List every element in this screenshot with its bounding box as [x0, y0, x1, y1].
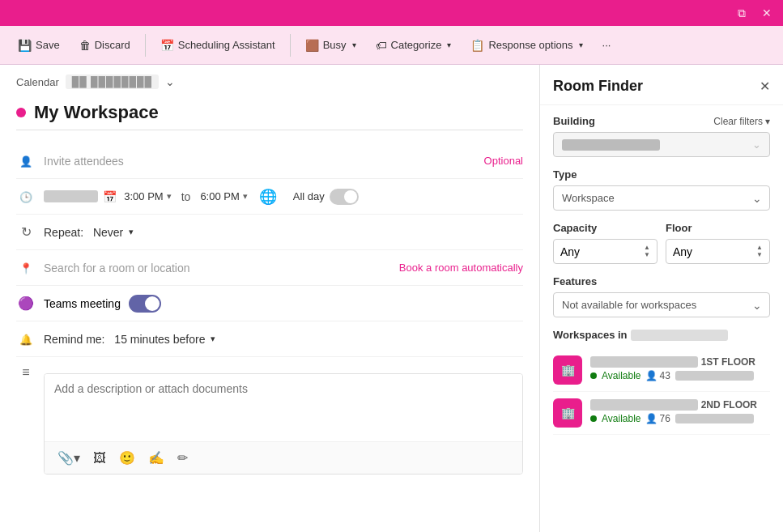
- invite-placeholder[interactable]: Invite attendees: [44, 155, 124, 168]
- people-icon: 👤: [645, 370, 657, 381]
- discard-label: Discard: [95, 39, 130, 51]
- teams-toggle[interactable]: [129, 295, 161, 313]
- all-day-toggle[interactable]: [330, 189, 359, 205]
- attach-icon: 📎: [57, 451, 74, 465]
- workspace-capacity: 👤43: [645, 370, 670, 381]
- floor-select[interactable]: Any ▲ ▼: [666, 239, 770, 264]
- main-area: Calendar ██ ████████ ⌄ My Workspace Invi…: [0, 65, 783, 532]
- end-time[interactable]: 6:00 PM ▾: [200, 190, 247, 202]
- all-day-group: All day: [293, 189, 359, 205]
- floor-down-button[interactable]: ▼: [756, 252, 763, 258]
- repeat-button[interactable]: Repeat: Never ▾: [44, 226, 134, 239]
- calendar-label: Calendar: [16, 76, 59, 88]
- floor-arrows: ▲ ▼: [756, 245, 763, 258]
- remind-content: Remind me: 15 minutes before ▾: [44, 333, 523, 346]
- attach-button[interactable]: 📎▾: [54, 449, 83, 467]
- scheduling-label: Scheduling Assistant: [178, 39, 275, 51]
- separator: [145, 34, 146, 57]
- capacity-floor-section: Capacity Any ▲ ▼ Floor Any ▲: [553, 222, 770, 264]
- floor-col: Floor Any ▲ ▼: [666, 222, 770, 264]
- type-label: Type: [553, 168, 577, 181]
- workspace-building-icon: 🏢: [561, 406, 575, 419]
- image-button[interactable]: 🖼: [90, 449, 109, 467]
- clear-filters-button[interactable]: Clear filters ▾: [713, 116, 770, 127]
- features-select[interactable]: Not available for workspaces: [553, 292, 770, 317]
- capacity-up-button[interactable]: ▲: [644, 245, 650, 251]
- capacity-down-button[interactable]: ▼: [644, 252, 650, 258]
- workspace-avatar: 🏢: [553, 355, 582, 385]
- room-finder-panel: Room Finder ✕ Building Clear filters ▾ █…: [540, 65, 783, 532]
- clock-icon: [16, 189, 36, 204]
- workspace-status-row: Available 👤76 ███████████: [590, 413, 770, 424]
- timezone-icon[interactable]: 🌐: [259, 188, 277, 206]
- capacity-col: Capacity Any ▲ ▼: [553, 222, 657, 264]
- end-time-chevron-icon[interactable]: ▾: [243, 191, 248, 202]
- workspace-item-2[interactable]: 🏢 ██████████████ 2ND FLOOR Available 👤76…: [553, 392, 770, 435]
- calendar-dropdown-button[interactable]: ⌄: [165, 75, 175, 88]
- invite-content: Invite attendees Optional: [44, 155, 523, 168]
- building-chevron-icon: ⌄: [752, 138, 761, 151]
- location-icon: [16, 261, 36, 275]
- room-finder-close-button[interactable]: ✕: [760, 79, 770, 94]
- scheduling-assistant-button[interactable]: 📅 Scheduling Assistant: [152, 34, 283, 57]
- repeat-label: Repeat:: [44, 226, 83, 239]
- workspaces-location: ██████ █████: [631, 330, 729, 341]
- restore-button[interactable]: ⧉: [733, 3, 751, 23]
- save-label: Save: [36, 39, 60, 51]
- notes-row: 📎▾ 🖼 🙂 ✍ ✏: [16, 357, 523, 483]
- save-button[interactable]: 💾 Save: [10, 34, 68, 57]
- building-value: ██████ █████: [562, 139, 660, 151]
- remind-chevron-icon: ▾: [211, 334, 215, 344]
- building-select[interactable]: ██████ █████ ⌄: [553, 132, 770, 157]
- workspace-floor: 1ST FLOOR: [701, 356, 755, 368]
- busy-icon: 🟫: [305, 39, 319, 52]
- calendar-picker-icon[interactable]: 📅: [103, 190, 117, 203]
- workspace-status-row: Available 👤43 ███████████: [590, 370, 770, 381]
- availability-status: Available: [602, 370, 640, 381]
- workspace-item-1[interactable]: 🏢 ██████████████ 1ST FLOOR Available 👤43…: [553, 349, 770, 392]
- room-finder-body: Building Clear filters ▾ ██████ █████ ⌄ …: [540, 105, 783, 456]
- room-placeholder[interactable]: Search for a room or location: [44, 262, 190, 275]
- busy-chevron-icon: ▾: [352, 40, 356, 49]
- room-content: Search for a room or location Book a roo…: [44, 262, 523, 275]
- description-toolbar: 📎▾ 🖼 🙂 ✍ ✏: [45, 441, 522, 474]
- signature-button[interactable]: ✍: [145, 449, 168, 467]
- busy-button[interactable]: 🟫 Busy ▾: [297, 34, 364, 57]
- type-select-wrapper: Workspace: [553, 185, 770, 211]
- availability-status: Available: [602, 413, 640, 424]
- availability-dot: [590, 372, 597, 379]
- busy-label: Busy: [323, 39, 347, 51]
- calendar-row: Calendar ██ ████████ ⌄: [16, 74, 523, 89]
- capacity-select[interactable]: Any ▲ ▼: [553, 239, 657, 264]
- description-input[interactable]: [45, 374, 522, 439]
- clear-filters-label: Clear filters: [713, 116, 763, 127]
- workspace-building-icon: 🏢: [561, 364, 575, 377]
- date-display[interactable]: ██████ 📅: [44, 190, 117, 203]
- building-label: Building: [553, 115, 595, 127]
- features-select-wrapper: Not available for workspaces: [553, 292, 770, 317]
- start-time-value: 3:00 PM: [124, 190, 163, 202]
- building-section: Building Clear filters ▾ ██████ █████ ⌄: [553, 115, 770, 157]
- start-time[interactable]: 3:00 PM ▾: [124, 190, 171, 202]
- book-room-link[interactable]: Book a room automatically: [399, 262, 523, 274]
- draw-button[interactable]: ✏: [174, 449, 191, 467]
- remind-value: 15 minutes before: [114, 333, 205, 346]
- emoji-icon: 🙂: [119, 451, 135, 465]
- discard-icon: 🗑: [79, 39, 91, 52]
- workspace-name-blurred: ██████████████: [590, 356, 698, 368]
- type-label-row: Type: [553, 168, 770, 181]
- close-button[interactable]: ✕: [757, 3, 777, 23]
- type-select[interactable]: Workspace: [553, 185, 770, 211]
- emoji-button[interactable]: 🙂: [116, 449, 138, 467]
- image-icon: 🖼: [93, 451, 106, 465]
- categorize-button[interactable]: 🏷 Categorize ▾: [368, 34, 460, 57]
- repeat-chevron-icon: ▾: [129, 227, 134, 237]
- more-button[interactable]: ···: [594, 34, 619, 56]
- people-icon: 👤: [645, 413, 657, 424]
- start-time-chevron-icon[interactable]: ▾: [167, 191, 172, 202]
- floor-up-button[interactable]: ▲: [756, 245, 763, 251]
- date-blurred: ██████: [44, 190, 98, 202]
- remind-button[interactable]: Remind me: 15 minutes before ▾: [44, 333, 215, 346]
- response-options-button[interactable]: 📋 Response options ▾: [462, 34, 590, 57]
- discard-button[interactable]: 🗑 Discard: [71, 34, 138, 57]
